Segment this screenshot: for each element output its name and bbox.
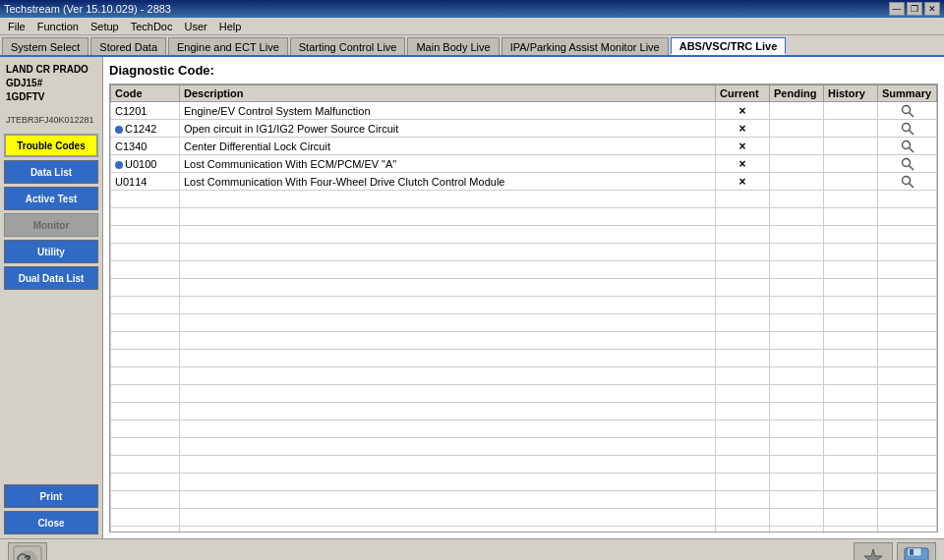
empty-cell [824, 244, 878, 261]
empty-cell [878, 456, 937, 474]
empty-cell [878, 350, 937, 367]
summary-magnifier-icon[interactable] [882, 175, 932, 189]
tab-starting-control-live[interactable]: Starting Control Live [290, 37, 406, 55]
data-list-button[interactable]: Data List [4, 160, 98, 184]
table-row-empty [111, 403, 937, 420]
empty-cell [770, 191, 824, 208]
empty-cell [716, 491, 770, 509]
cell-summary[interactable] [878, 120, 937, 138]
tab-engine-ect-live[interactable]: Engine and ECT Live [168, 37, 288, 55]
close-button-sidebar[interactable]: Close [4, 511, 98, 534]
empty-cell [111, 350, 180, 367]
cell-history [824, 173, 878, 191]
vehicle-engine: 1GDFTV [6, 90, 96, 104]
empty-cell [770, 226, 824, 244]
empty-cell [111, 208, 180, 226]
empty-cell [180, 491, 716, 509]
dual-data-list-button[interactable]: Dual Data List [4, 266, 98, 290]
table-row[interactable]: C1242Open circuit in IG1/IG2 Power Sourc… [111, 120, 937, 138]
tab-stored-data[interactable]: Stored Data [90, 37, 166, 55]
highlight-dot [115, 161, 123, 169]
monitor-button[interactable]: Monitor [4, 213, 98, 237]
tab-system-select[interactable]: System Select [2, 37, 88, 55]
main-layout: LAND CR PRADO GDJ15# 1GDFTV JTEBR3FJ40K0… [0, 57, 944, 538]
empty-cell [878, 385, 937, 403]
cell-description: Engine/EV Control System Malfunction [180, 102, 716, 120]
titlebar-controls: — ❐ ✕ [889, 2, 940, 16]
empty-cell [878, 297, 937, 314]
summary-magnifier-icon[interactable] [882, 157, 932, 171]
minimize-button[interactable]: — [889, 2, 905, 16]
summary-magnifier-icon[interactable] [882, 104, 932, 118]
cell-description: Lost Communication With Four-Wheel Drive… [180, 173, 716, 191]
empty-cell [180, 191, 716, 208]
table-row-empty [111, 297, 937, 314]
empty-cell [878, 279, 937, 297]
print-button[interactable]: Print [4, 484, 98, 508]
bottom-toolbar: ? [0, 538, 944, 560]
menu-function[interactable]: Function [31, 18, 85, 34]
empty-cell [180, 438, 716, 456]
cell-summary[interactable] [878, 173, 937, 191]
cell-pending [770, 120, 824, 138]
menu-file[interactable]: File [2, 18, 31, 34]
empty-cell [824, 491, 878, 509]
empty-cell [180, 332, 716, 350]
empty-cell [180, 527, 716, 533]
menu-setup[interactable]: Setup [85, 18, 125, 34]
cell-code: C1340 [111, 138, 180, 155]
empty-cell [770, 456, 824, 474]
empty-cell [770, 367, 824, 385]
empty-cell [824, 456, 878, 474]
bottom-left-icon-button[interactable]: ? [8, 542, 47, 561]
table-row[interactable]: C1340Center Differential Lock Circuit× [111, 138, 937, 155]
summary-magnifier-icon[interactable] [882, 140, 932, 153]
cell-summary[interactable] [878, 138, 937, 155]
content-area: Diagnostic Code: Code Description Curren… [103, 57, 944, 538]
tab-abs-vsc-trc-live[interactable]: ABS/VSC/TRC Live [671, 37, 787, 55]
cell-history [824, 155, 878, 173]
table-body: C1201Engine/EV Control System Malfunctio… [111, 102, 937, 533]
gear-star-button[interactable] [854, 542, 893, 561]
diagnostic-table: Code Description Current Pending History… [110, 84, 937, 532]
cell-pending [770, 173, 824, 191]
table-row[interactable]: U0100Lost Communication With ECM/PCM/EV … [111, 155, 937, 173]
table-wrapper[interactable]: Code Description Current Pending History… [109, 84, 938, 532]
empty-cell [716, 527, 770, 533]
tab-main-body-live[interactable]: Main Body Live [407, 37, 499, 55]
empty-cell [180, 367, 716, 385]
current-x-mark: × [738, 157, 745, 171]
active-test-button[interactable]: Active Test [4, 187, 98, 210]
menu-techdoc[interactable]: TechDoc [125, 18, 179, 34]
empty-cell [111, 420, 180, 438]
cell-summary[interactable] [878, 102, 937, 120]
summary-magnifier-icon[interactable] [882, 122, 932, 136]
empty-cell [180, 297, 716, 314]
save-button-bottom[interactable] [897, 542, 936, 561]
table-row-empty [111, 244, 937, 261]
empty-cell [716, 332, 770, 350]
svg-line-5 [909, 147, 914, 152]
close-button[interactable]: ✕ [924, 2, 940, 16]
cell-code: C1242 [111, 120, 180, 138]
table-row[interactable]: U0114Lost Communication With Four-Wheel … [111, 173, 937, 191]
help-icon: ? [13, 545, 42, 561]
cell-code: U0114 [111, 173, 180, 191]
bottom-right-icons [854, 542, 936, 561]
table-row-empty [111, 261, 937, 279]
header-description: Description [180, 85, 716, 102]
titlebar: Techstream (Ver 15.10.029) - 2883 — ❐ ✕ [0, 0, 944, 18]
table-row-empty [111, 226, 937, 244]
table-row-empty [111, 279, 937, 297]
table-row[interactable]: C1201Engine/EV Control System Malfunctio… [111, 102, 937, 120]
utility-button[interactable]: Utility [4, 240, 98, 263]
table-header-row: Code Description Current Pending History… [111, 85, 937, 102]
header-code: Code [111, 85, 180, 102]
tab-ipa-parking-live[interactable]: IPA/Parking Assist Monitor Live [502, 37, 669, 55]
cell-summary[interactable] [878, 155, 937, 173]
restore-button[interactable]: ❐ [907, 2, 922, 16]
empty-cell [180, 226, 716, 244]
menu-user[interactable]: User [178, 18, 212, 34]
menu-help[interactable]: Help [213, 18, 248, 34]
trouble-codes-button[interactable]: Trouble Codes [4, 134, 98, 157]
